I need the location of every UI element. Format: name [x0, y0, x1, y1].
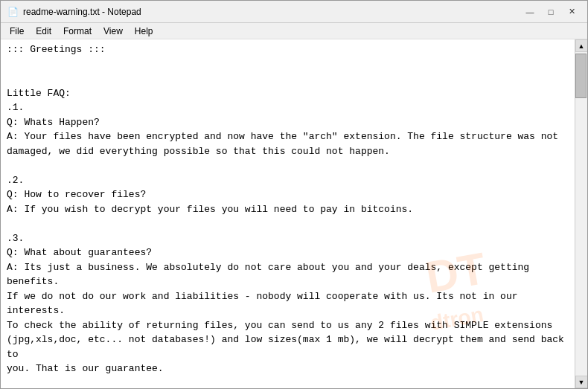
menu-format[interactable]: Format — [57, 25, 98, 38]
scroll-down-arrow[interactable]: ▼ — [575, 376, 588, 388]
menu-bar: File Edit Format View Help — [1, 23, 587, 39]
scrollbar-thumb[interactable] — [575, 54, 587, 98]
scrollbar-track[interactable] — [575, 52, 587, 376]
maximize-button[interactable]: □ — [541, 4, 560, 19]
window-title: readme-warning.txt - Notepad — [23, 7, 141, 17]
title-bar: 📄 readme-warning.txt - Notepad — □ ✕ — [1, 1, 587, 23]
title-bar-left: 📄 readme-warning.txt - Notepad — [7, 6, 141, 18]
menu-help[interactable]: Help — [129, 25, 159, 38]
close-button[interactable]: ✕ — [562, 4, 581, 19]
text-editor[interactable]: ::: Greetings ::: Little FAQ: .1. Q: Wha… — [1, 39, 575, 388]
minimize-button[interactable]: — — [520, 4, 540, 19]
menu-view[interactable]: View — [98, 25, 129, 38]
window-controls: — □ ✕ — [520, 4, 581, 19]
vertical-scrollbar[interactable]: ▲ ▼ — [575, 39, 587, 388]
notepad-icon: 📄 — [7, 6, 19, 18]
content-area: ::: Greetings ::: Little FAQ: .1. Q: Wha… — [1, 39, 587, 388]
notepad-window: 📄 readme-warning.txt - Notepad — □ ✕ Fil… — [0, 0, 588, 389]
menu-file[interactable]: File — [4, 25, 30, 38]
scroll-up-arrow[interactable]: ▲ — [575, 39, 588, 52]
menu-edit[interactable]: Edit — [30, 25, 57, 38]
